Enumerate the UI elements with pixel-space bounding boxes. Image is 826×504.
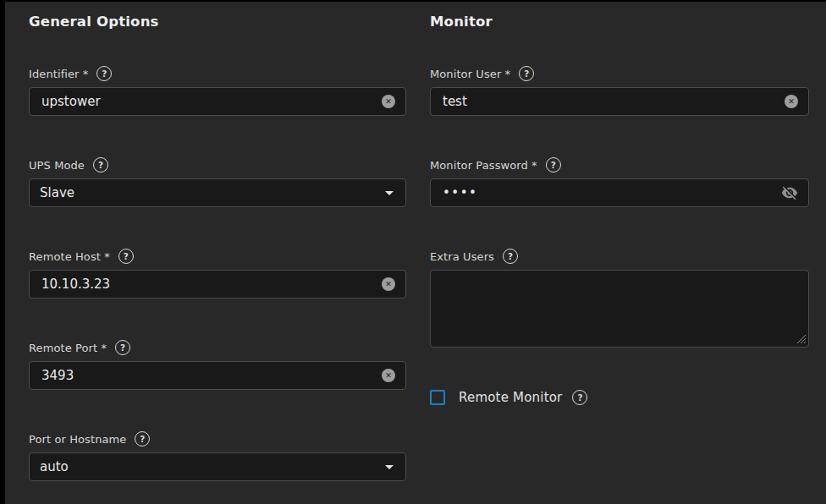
field-extra-users: Extra Users ? [430, 248, 809, 348]
monitor-user-input[interactable] [441, 94, 785, 109]
remote-port-input[interactable] [40, 368, 382, 383]
extra-users-textarea[interactable] [430, 270, 809, 348]
help-icon[interactable]: ? [135, 431, 150, 446]
help-icon[interactable]: ? [115, 340, 130, 355]
remote-host-label: Remote Host * [29, 250, 110, 263]
eye-off-icon [781, 184, 798, 201]
help-glyph: ? [98, 161, 103, 170]
help-icon[interactable]: ? [118, 249, 134, 264]
help-glyph: ? [124, 252, 129, 261]
help-icon[interactable]: ? [546, 157, 561, 173]
monitor-section: Monitor Monitor User * ? ✕ Monitor Passw… [430, 2, 809, 405]
remote-monitor-checkbox[interactable] [430, 390, 445, 405]
toggle-password-visibility-button[interactable] [781, 184, 798, 201]
field-monitor-user: Monitor User * ? ✕ [430, 65, 809, 116]
general-options-section: General Options Identifier * ? ✕ UPS Mod… [29, 2, 406, 504]
help-glyph: ? [140, 435, 145, 444]
help-glyph: ? [508, 252, 513, 261]
clear-icon[interactable]: ✕ [785, 95, 798, 108]
monitor-user-label: Monitor User * [430, 68, 510, 80]
clear-icon[interactable]: ✕ [382, 277, 395, 291]
monitor-password-label: Monitor Password * [430, 159, 537, 172]
ups-mode-label: UPS Mode [29, 159, 85, 172]
identifier-input[interactable] [40, 94, 382, 109]
remote-host-control: ✕ [29, 270, 406, 299]
help-icon[interactable]: ? [93, 157, 108, 173]
identifier-control: ✕ [29, 87, 406, 116]
clear-icon[interactable]: ✕ [382, 95, 395, 108]
field-ups-mode: UPS Mode ? Slave [29, 156, 406, 207]
remote-monitor-label: Remote Monitor [459, 390, 562, 405]
help-glyph: ? [102, 69, 107, 79]
port-or-hostname-label: Port or Hostname [29, 433, 126, 446]
ups-mode-select[interactable]: Slave [29, 178, 406, 207]
field-port-or-hostname: Port or Hostname ? auto [29, 430, 406, 481]
help-icon[interactable]: ? [96, 66, 112, 81]
field-identifier: Identifier * ? ✕ [29, 65, 406, 116]
monitor-password-control [430, 178, 809, 207]
monitor-user-control: ✕ [430, 87, 809, 116]
remote-host-input[interactable] [40, 277, 382, 292]
port-or-hostname-value: auto [40, 459, 69, 474]
help-glyph: ? [524, 69, 529, 79]
extra-users-label: Extra Users [430, 250, 494, 263]
extra-users-control [430, 270, 809, 348]
ups-config-panel: General Options Identifier * ? ✕ UPS Mod… [5, 2, 826, 504]
section-title-monitor: Monitor [430, 2, 809, 30]
identifier-label: Identifier * [29, 68, 88, 80]
field-remote-host: Remote Host * ? ✕ [29, 248, 406, 299]
section-title-general: General Options [29, 2, 406, 30]
resize-grip-icon[interactable] [796, 334, 807, 344]
help-glyph: ? [120, 343, 125, 353]
help-icon[interactable]: ? [572, 390, 587, 405]
chevron-down-icon [385, 465, 394, 469]
help-icon[interactable]: ? [519, 66, 534, 81]
ups-mode-value: Slave [40, 185, 74, 200]
field-remote-port: Remote Port * ? ✕ [29, 339, 406, 390]
help-glyph: ? [577, 393, 582, 403]
help-icon[interactable]: ? [503, 249, 518, 264]
field-monitor-password: Monitor Password * ? [430, 156, 809, 207]
help-glyph: ? [551, 161, 556, 170]
monitor-password-input[interactable] [441, 185, 781, 200]
remote-port-control: ✕ [29, 361, 406, 390]
remote-port-label: Remote Port * [29, 342, 107, 354]
chevron-down-icon [385, 191, 394, 195]
clear-icon[interactable]: ✕ [382, 369, 395, 382]
field-remote-monitor: Remote Monitor ? [430, 390, 809, 405]
port-or-hostname-select[interactable]: auto [29, 452, 406, 481]
